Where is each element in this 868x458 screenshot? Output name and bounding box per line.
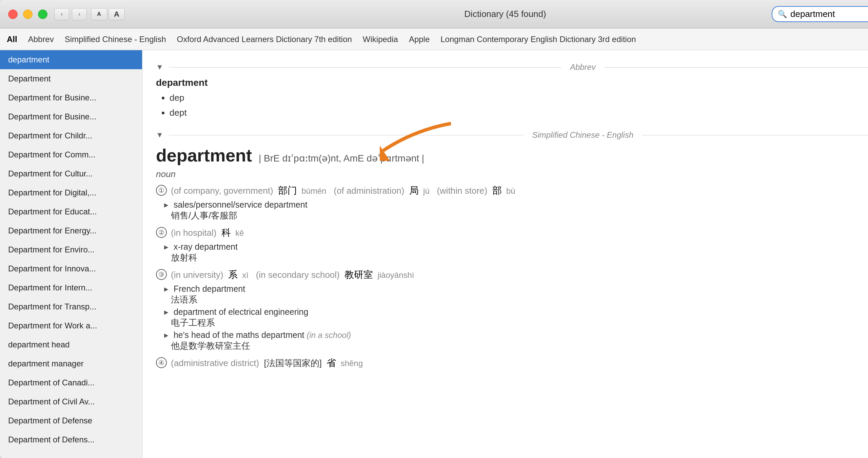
sense-4: ④ (administrative district) [法国等国家的] 省 s… [156,356,868,370]
forward-button[interactable]: › [72,8,87,20]
sense-1-example-1: ▸ sales/personnel/service department 销售/… [164,200,868,222]
sense-3-example-2-cn: 电子工程系 [171,317,868,329]
sense-1-example-1-en: sales/personnel/service department [174,200,308,209]
sidebar-item-department-lower[interactable]: department [0,50,142,69]
example-bullet-icon-3c: ▸ [164,330,169,340]
main-headword: department [156,146,252,165]
search-container: 🔍 ✕ [772,6,868,22]
sense-1-definition: (of company, government) 部门 bùmén (of ad… [171,184,515,198]
sense-3-example-2-en: department of electrical engineering [174,307,308,317]
sense-3-example-3-cn: 他是数学教研室主任 [171,340,868,352]
sense-1-context3: (within store) [437,186,487,196]
search-input[interactable] [790,9,868,19]
sidebar-item-dept-canadi[interactable]: Department of Canadi... [0,373,142,392]
abbrev-section-line-left [169,67,561,68]
tab-wikipedia[interactable]: Wikipedia [363,33,398,45]
sense-4-chinese: 省 [327,358,336,368]
sidebar-item-dept-cultur[interactable]: Department for Cultur... [0,164,142,183]
sidebar-item-dept-enviro[interactable]: Department for Enviro... [0,240,142,259]
sense-4-bracket: [法国等国家的] [264,358,322,368]
example-bullet-icon: ▸ [164,200,169,209]
sense-1: ① (of company, government) 部门 bùmén (of … [156,184,868,222]
tab-all[interactable]: All [7,33,17,45]
maximize-button[interactable] [38,9,47,19]
part-of-speech: noun [156,169,868,179]
sense-3-number: ③ [156,269,167,280]
abbrev-item-dept: dept [170,105,868,120]
font-larger-button[interactable]: A [108,8,125,20]
titlebar: ‹ › A A Dictionary (45 found) 🔍 ✕ [0,0,868,28]
abbrev-toggle[interactable]: ▼ [156,63,163,72]
sidebar-item-dept-defens2[interactable]: Department of Defens... [0,430,142,449]
example-bullet-icon-3a: ▸ [164,284,169,293]
search-icon: 🔍 [778,10,787,19]
sense-2-number: ② [156,227,167,238]
abbrev-list: dep dept [170,90,868,120]
sidebar-item-dept-innova[interactable]: Department for Innova... [0,259,142,278]
sense-3-example-3: ▸ he's head of the maths department (in … [164,330,868,352]
tab-longman[interactable]: Longman Contemporary English Dictionary … [440,33,636,45]
sense-4-header: ④ (administrative district) [法国等国家的] 省 s… [156,356,868,370]
sense-1-context2: (of administration) [334,186,404,196]
simplified-toggle[interactable]: ▼ [156,131,163,139]
sense-1-header: ① (of company, government) 部门 bùmén (of … [156,184,868,198]
sidebar-item-dept-transp[interactable]: Department for Transp... [0,297,142,316]
main-entry-line: department | BrE dɪˈpɑːtm(ə)nt, AmE dəˈp… [156,145,868,166]
sidebar-item-Department[interactable]: Department [0,69,142,88]
sense-4-number: ④ [156,357,167,368]
sense-3-example-3-paren: (in a school) [307,330,351,340]
sidebar-item-dept-busine2[interactable]: Department for Busine... [0,107,142,126]
sidebar-item-dept-educat[interactable]: Department for Educat... [0,202,142,221]
sense-3-example-1: ▸ French department 法语系 [164,284,868,306]
sense-3-example-1-en: French department [174,284,245,293]
content-wrapper: ▼ Abbrev department dep dept ▼ Simplifie… [156,62,868,370]
sidebar-item-dept-busine1[interactable]: Department for Busine... [0,88,142,107]
dictionary-content: ▼ Abbrev department dep dept ▼ Simplifie… [142,50,868,458]
minimize-button[interactable] [23,9,33,19]
simplified-section-line-left [169,135,524,135]
sense-3-context: (in university) [171,270,223,280]
sense-3-example-2: ▸ department of electrical engineering 电… [164,307,868,329]
sidebar-item-dept-energy[interactable]: Department for Energy... [0,221,142,240]
sense-4-context: (administrative district) [171,358,259,368]
sense-1-chinese3: 部 [492,185,502,196]
sense-3-definition: (in university) 系 xì (in secondary schoo… [171,268,414,282]
sidebar-item-dept-work[interactable]: Department for Work a... [0,316,142,335]
main-area: department Department Department for Bus… [0,50,868,458]
sense-1-number: ① [156,185,167,196]
sense-2: ② (in hospital) 科 kē ▸ x-ray department … [156,226,868,264]
sense-2-example-1-cn: 放射科 [171,252,868,264]
tab-abbrev[interactable]: Abbrev [28,33,54,45]
close-button[interactable] [8,9,18,19]
sense-2-context: (in hospital) [171,228,216,238]
tab-oxford[interactable]: Oxford Advanced Learners Dictionary 7th … [177,33,352,45]
sidebar-item-dept-intern[interactable]: Department for Intern... [0,278,142,297]
abbrev-section-header: ▼ Abbrev [156,62,868,72]
simplified-section-line-right [642,135,868,135]
sidebar-item-dept-defense[interactable]: Department of Defense [0,411,142,430]
sidebar-item-dept-childr[interactable]: Department for Childr... [0,126,142,145]
sense-3-example-1-cn: 法语系 [171,294,868,306]
abbrev-headword: department [156,77,868,88]
tab-apple[interactable]: Apple [409,33,430,45]
sidebar-item-dept-manager[interactable]: department manager [0,354,142,373]
sense-3-chinese: 系 [228,269,238,280]
back-button[interactable]: ‹ [54,8,69,20]
nav-buttons: ‹ › [54,8,87,20]
sidebar-item-dept-civil[interactable]: Department of Civil Av... [0,392,142,411]
simplified-section-label: Simplified Chinese - English [529,130,637,140]
sense-3: ③ (in university) 系 xì (in secondary sch… [156,268,868,352]
abbrev-section-label: Abbrev [567,62,599,72]
font-smaller-button[interactable]: A [91,8,107,20]
sidebar-item-dept-comm[interactable]: Department for Comm... [0,145,142,164]
sidebar-item-dept-digital[interactable]: Department for Digital,... [0,183,142,202]
sense-1-context: (of company, government) [171,186,273,196]
sense-2-example-1-en: x-ray department [174,242,238,251]
sense-3-context2: (in secondary school) [256,270,340,280]
sidebar-item-dept-head[interactable]: department head [0,335,142,354]
tab-bar: All Abbrev Simplified Chinese - English … [0,28,868,50]
abbrev-section-line-right [605,67,868,68]
tab-simplified-chinese[interactable]: Simplified Chinese - English [65,33,166,45]
traffic-lights [8,9,47,19]
sense-1-pinyin2: jú [423,186,430,195]
